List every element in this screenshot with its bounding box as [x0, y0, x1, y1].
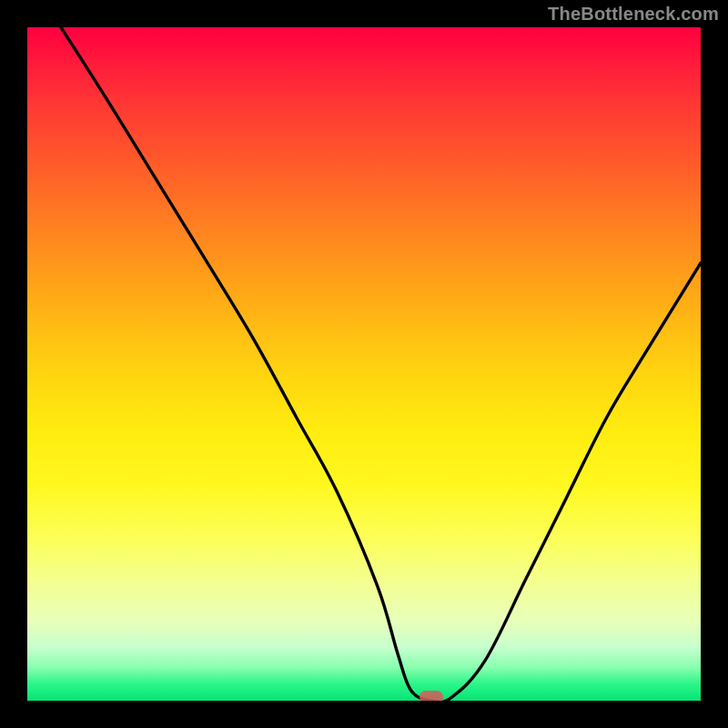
plot-inner [27, 27, 701, 701]
optimal-marker [420, 691, 443, 701]
watermark-text: TheBottleneck.com [548, 4, 719, 25]
curve-svg [27, 27, 701, 701]
plot-area [27, 27, 701, 701]
bottleneck-curve [61, 27, 701, 701]
chart-frame: TheBottleneck.com [0, 0, 728, 728]
